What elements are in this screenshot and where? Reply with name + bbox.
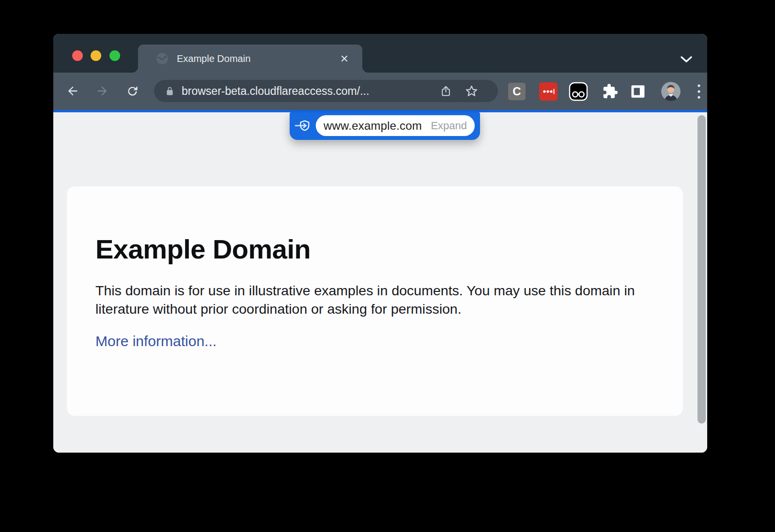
browser-window: Example Domain <box>53 34 707 453</box>
three-dot-menu-icon <box>697 83 701 100</box>
isolation-inner-pill: www.example.com Expand <box>316 115 475 136</box>
lastpass-extension-button[interactable] <box>539 82 558 101</box>
window-close-button[interactable] <box>72 50 83 61</box>
forward-icon <box>95 84 109 98</box>
isolated-domain-label: www.example.com <box>324 119 422 133</box>
scrollbar-thumb[interactable] <box>698 115 706 424</box>
more-information-link[interactable]: More information... <box>95 333 217 350</box>
tab-strip: Example Domain <box>53 34 707 73</box>
tab-example-domain[interactable]: Example Domain <box>138 45 362 73</box>
side-panel-icon <box>629 83 647 100</box>
tab-search-button[interactable] <box>678 51 695 68</box>
page-paragraph: This domain is for use in illustrative e… <box>95 281 651 318</box>
page-title: Example Domain <box>95 233 683 265</box>
avatar-photo <box>661 82 681 101</box>
share-icon[interactable] <box>440 84 452 98</box>
side-panel-button[interactable] <box>629 83 647 100</box>
goggles-extension-icon <box>568 81 589 102</box>
puzzle-icon <box>601 83 619 100</box>
forward-button[interactable] <box>93 81 112 101</box>
example-domain-card: Example Domain This domain is for use in… <box>67 186 683 416</box>
profile-avatar[interactable] <box>661 82 681 101</box>
back-icon <box>66 84 79 98</box>
shield-arrow-icon <box>294 119 312 134</box>
tab-title: Example Domain <box>177 53 337 64</box>
bookmark-star-icon[interactable] <box>465 84 479 98</box>
tab-close-button[interactable] <box>337 51 352 66</box>
extensions-menu-button[interactable] <box>601 83 619 100</box>
extension-c-label: C <box>512 85 521 98</box>
chevron-down-icon <box>680 56 693 63</box>
address-bar[interactable]: browser-beta.cloudflareaccess.com/... <box>154 80 498 102</box>
window-minimize-button[interactable] <box>91 50 101 61</box>
reload-button[interactable] <box>123 81 142 101</box>
isolation-domain-pill[interactable]: www.example.com Expand <box>290 112 480 140</box>
toolbar: browser-beta.cloudflareaccess.com/... C <box>53 73 707 110</box>
reload-icon <box>126 85 139 98</box>
window-zoom-button[interactable] <box>109 50 120 61</box>
close-icon <box>340 54 349 63</box>
dark-extension-button[interactable] <box>568 81 589 102</box>
globe-favicon-icon <box>155 52 169 65</box>
expand-button[interactable]: Expand <box>431 120 467 132</box>
url-text: browser-beta.cloudflareaccess.com/... <box>182 85 369 98</box>
lastpass-dots-icon <box>542 87 555 96</box>
lock-icon[interactable] <box>165 85 175 97</box>
browser-menu-button[interactable] <box>693 82 705 101</box>
extension-c-button[interactable]: C <box>508 83 526 100</box>
page-viewport: www.example.com Expand Example Domain Th… <box>53 112 707 453</box>
back-button[interactable] <box>63 81 82 101</box>
